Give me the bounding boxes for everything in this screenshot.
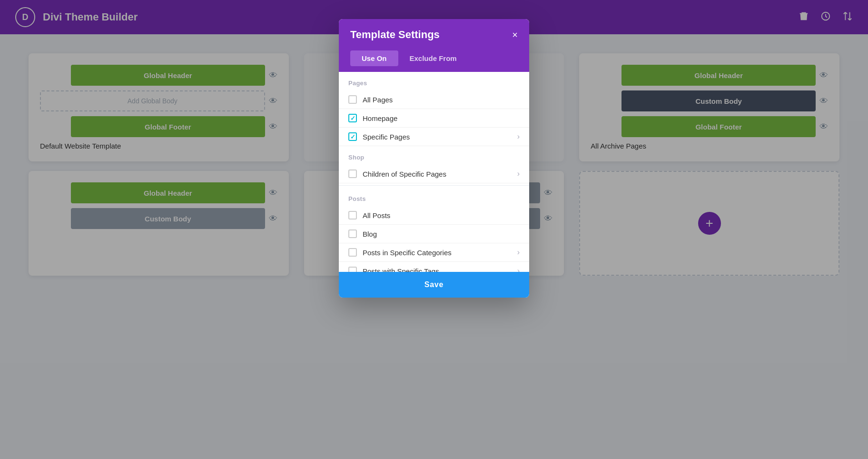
template-settings-modal: Template Settings × Use On Exclude From … (339, 19, 529, 298)
menu-item-posts-tags[interactable]: Posts with Specific Tags › (339, 262, 529, 272)
modal-tabs: Use On Exclude From (339, 50, 529, 72)
modal-body: Pages All Pages Homepage Specific Pages … (339, 72, 529, 272)
label-blog: Blog (363, 230, 520, 238)
modal-header: Template Settings × (339, 19, 529, 50)
tab-use-on[interactable]: Use On (350, 50, 398, 66)
checkbox-all-pages[interactable] (348, 95, 357, 104)
menu-item-homepage[interactable]: Homepage (339, 109, 529, 128)
checkbox-blog[interactable] (348, 230, 357, 238)
label-homepage: Homepage (363, 114, 520, 122)
arrow-specific-pages: › (517, 132, 520, 141)
label-all-pages: All Pages (363, 96, 520, 104)
modal-overlay[interactable]: Template Settings × Use On Exclude From … (0, 0, 868, 459)
label-posts-categories: Posts in Specific Categories (363, 249, 512, 257)
save-button[interactable]: Save (339, 272, 529, 298)
menu-item-all-pages[interactable]: All Pages (339, 90, 529, 109)
checkbox-posts-categories[interactable] (348, 248, 357, 257)
pages-section-label: Pages (339, 72, 529, 90)
arrow-posts-tags: › (517, 267, 520, 272)
posts-section-label: Posts (339, 188, 529, 206)
menu-item-blog[interactable]: Blog (339, 225, 529, 243)
arrow-children-specific: › (517, 170, 520, 178)
tab-exclude-from[interactable]: Exclude From (398, 50, 468, 66)
modal-close-button[interactable]: × (512, 30, 518, 40)
checkbox-all-posts[interactable] (348, 211, 357, 220)
checkbox-children-specific[interactable] (348, 170, 357, 178)
arrow-posts-categories: › (517, 248, 520, 257)
label-all-posts: All Posts (363, 211, 520, 220)
label-children-specific: Children of Specific Pages (363, 170, 512, 178)
checkbox-posts-tags[interactable] (348, 267, 357, 272)
menu-item-posts-categories[interactable]: Posts in Specific Categories › (339, 243, 529, 262)
checkbox-homepage[interactable] (348, 114, 357, 122)
checkbox-specific-pages[interactable] (348, 132, 357, 141)
menu-divider (339, 185, 529, 186)
builder-container: D Divi Theme Builder ⚙ 🗑 ⋮ (0, 0, 868, 459)
shop-section-label: Shop (339, 146, 529, 165)
modal-title: Template Settings (350, 29, 440, 41)
menu-item-specific-pages[interactable]: Specific Pages › (339, 128, 529, 146)
label-specific-pages: Specific Pages (363, 133, 512, 141)
label-posts-tags: Posts with Specific Tags (363, 267, 512, 272)
menu-item-all-posts[interactable]: All Posts (339, 206, 529, 225)
menu-item-children-specific[interactable]: Children of Specific Pages › (339, 165, 529, 183)
